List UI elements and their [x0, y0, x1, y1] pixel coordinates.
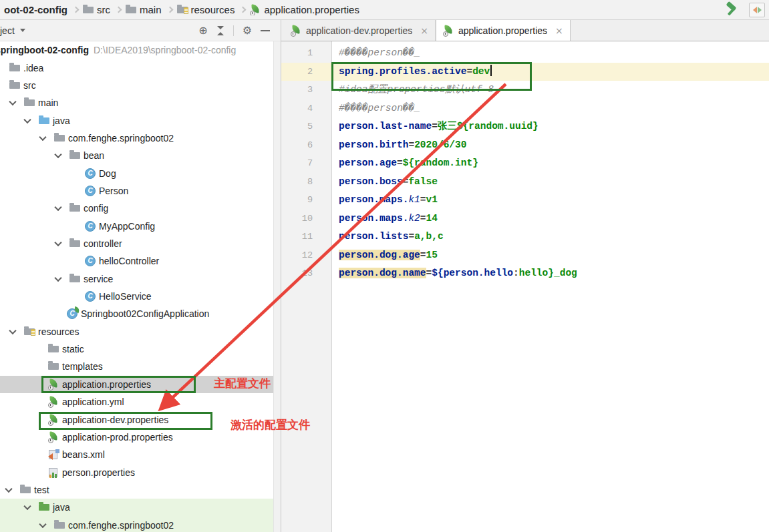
code-token: ${random.int}	[403, 158, 478, 168]
code-line-9[interactable]: 9person.maps.k1=v1	[281, 191, 769, 210]
tree-item-application-yml[interactable]: application.yml	[0, 393, 274, 411]
chevron-expanded-icon[interactable]	[23, 115, 31, 123]
spring-properties-file-icon	[48, 432, 59, 443]
line-number: 4	[281, 99, 313, 118]
code-token: =	[397, 158, 403, 168]
code-token: v1	[426, 194, 438, 205]
folder-icon	[24, 97, 35, 108]
tree-item-test[interactable]: test	[0, 481, 274, 499]
tree-item-com-fenghe-springboot02[interactable]: com.fenghe.springboot02	[0, 516, 274, 532]
tree-item-service[interactable]: service	[0, 270, 274, 288]
chevron-expanded-icon[interactable]	[9, 98, 16, 105]
code-line-5[interactable]: 5person.last-name=张三${random.uuid}	[281, 117, 769, 136]
collapse-all-icon[interactable]	[216, 26, 224, 35]
line-number: 11	[281, 228, 313, 246]
tree-item-application-prod-properties[interactable]: application-prod.properties	[0, 429, 274, 446]
tree-item-bean[interactable]: bean	[0, 147, 274, 164]
code-line-7[interactable]: 7person.age=${random.int}	[281, 154, 769, 173]
breadcrumb-item[interactable]: src	[97, 4, 110, 15]
tree-item-src[interactable]: src	[0, 77, 274, 94]
spring-properties-file-icon	[250, 5, 261, 15]
breadcrumb-item[interactable]: resources	[191, 4, 235, 15]
tree-item-main[interactable]: main	[0, 94, 274, 111]
tree-item-application-dev-properties[interactable]: application-dev.properties	[0, 411, 274, 428]
tree-item-person-properties[interactable]: person.properties	[0, 463, 274, 481]
tree-item-label: config	[84, 203, 108, 214]
breadcrumb-bar: oot-02-configsrcmainresourcesapplication…	[0, 0, 769, 20]
code-line-1[interactable]: 1#����person��_	[281, 44, 769, 63]
chevron-expanded-icon[interactable]	[5, 485, 12, 493]
chevron-expanded-icon[interactable]	[54, 239, 61, 246]
code-line-4[interactable]: 4#����person��_	[281, 99, 769, 118]
settings-gear-icon[interactable]: ⚙	[243, 25, 252, 36]
folder-icon	[48, 361, 59, 372]
close-tab-icon[interactable]: ×	[420, 25, 428, 36]
build-hammer-icon[interactable]	[724, 1, 741, 19]
tree-item-label: templates	[62, 361, 103, 372]
line-number: 13	[281, 264, 313, 283]
breadcrumb-item[interactable]: oot-02-config	[4, 4, 67, 15]
tree-item-label: test	[34, 485, 49, 495]
tree-item-label: src	[23, 80, 36, 91]
code-token: spring.profiles.active	[339, 66, 466, 77]
code-token: person.boss	[339, 176, 403, 187]
line-number: 12	[281, 246, 313, 265]
chevron-expanded-icon[interactable]	[39, 520, 46, 527]
tree-scrollbar[interactable]	[273, 41, 281, 532]
breadcrumb-item[interactable]: main	[140, 4, 162, 15]
folder-icon	[69, 203, 81, 214]
chevron-expanded-icon[interactable]	[54, 151, 61, 158]
tree-item-com-fenghe-springboot02[interactable]: com.fenghe.springboot02	[0, 129, 274, 147]
tree-item-springboot-02-config[interactable]: springboot-02-configD:\IDEA2019\springbo…	[0, 41, 274, 59]
tree-item-label: Person	[99, 186, 128, 196]
tree-item-templates[interactable]: templates	[0, 358, 274, 375]
tree-item-java[interactable]: java	[0, 111, 274, 129]
chevron-expanded-icon[interactable]	[54, 204, 61, 211]
tree-item-application-properties[interactable]: application.properties	[0, 376, 274, 393]
project-tree: springboot-02-configD:\IDEA2019\springbo…	[0, 41, 274, 532]
tree-item-config[interactable]: config	[0, 200, 274, 217]
code-line-3[interactable]: 3#idea配置properties默认utf-8	[281, 81, 769, 99]
tree-item-static[interactable]: static	[0, 340, 274, 358]
chevron-expanded-icon[interactable]	[9, 327, 16, 334]
tree-item-myappconfig[interactable]: CMyAppConfig	[0, 218, 274, 235]
xml-file-icon	[48, 449, 59, 460]
code-line-12[interactable]: 12person.dog.age=15	[281, 246, 769, 265]
code-line-8[interactable]: 8person.boss=false	[281, 173, 769, 192]
code-line-13[interactable]: 13person.dog.name=${person.hello:hello}_…	[281, 264, 769, 283]
code-line-11[interactable]: 11person.lists=a,b,c	[281, 228, 769, 246]
tree-item-hellocontroller[interactable]: ChelloController	[0, 252, 274, 270]
tree-item-resources[interactable]: resources	[0, 323, 274, 340]
chevron-expanded-icon[interactable]	[54, 274, 61, 281]
tree-item-springboot02configapplication[interactable]: CSpringboot02ConfigApplication	[0, 305, 274, 322]
code-line-10[interactable]: 10person.maps.k2=14	[281, 210, 769, 228]
class-icon: C	[85, 186, 96, 196]
line-number: 1	[281, 44, 313, 63]
code-line-2[interactable]: 2spring.profiles.active=dev	[281, 63, 769, 81]
close-tab-icon[interactable]: ×	[555, 25, 563, 36]
tree-item-person[interactable]: CPerson	[0, 182, 274, 200]
tree-item-label: com.fenghe.springboot02	[68, 520, 174, 531]
tab-application-dev-properties[interactable]: application-dev.properties×	[284, 20, 436, 41]
line-number: 3	[281, 81, 313, 99]
chevron-expanded-icon[interactable]	[23, 503, 31, 510]
code-line-6[interactable]: 6person.birth=2020/6/30	[281, 136, 769, 155]
tree-item-java[interactable]: java	[0, 499, 274, 516]
tree-item-controller[interactable]: controller	[0, 235, 274, 252]
editor-pane[interactable]: 1#����person��_2spring.profiles.active=d…	[281, 41, 769, 532]
locate-icon[interactable]: ⊕	[198, 25, 207, 36]
tree-item-dog[interactable]: CDog	[0, 164, 274, 182]
tree-item-helloservice[interactable]: CHelloService	[0, 288, 274, 305]
code-token: =	[420, 213, 426, 224]
folder-icon	[69, 150, 81, 161]
breadcrumb-item[interactable]: application.properties	[264, 4, 359, 15]
panel-toggle-icon[interactable]	[749, 3, 765, 17]
tab-application-properties[interactable]: application.properties×	[436, 20, 571, 41]
tree-item--idea[interactable]: .idea	[0, 59, 274, 76]
tree-item-beans-xml[interactable]: beans.xml	[0, 446, 274, 463]
hide-panel-icon[interactable]	[261, 30, 270, 31]
chevron-down-icon[interactable]	[20, 29, 25, 32]
chevron-expanded-icon[interactable]	[39, 134, 46, 141]
breadcrumb: oot-02-configsrcmainresourcesapplication…	[0, 4, 724, 15]
test-folder-icon	[39, 502, 50, 513]
